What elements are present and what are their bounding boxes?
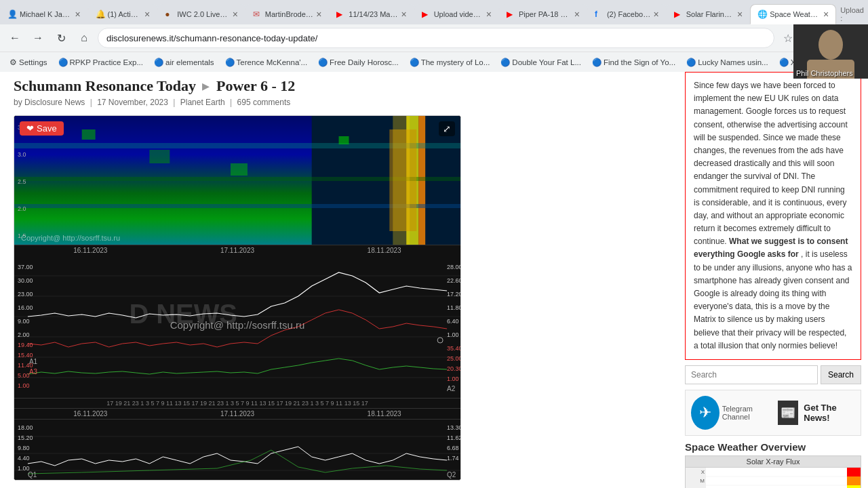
xray-chart-title: Solar X-ray Flux [686, 456, 861, 468]
tab-bar: 👤 Michael K Jac... × 🔔 (1) Activity × ● … [0, 0, 868, 24]
tab-1114[interactable]: ▶ 11/14/23 Mar... × [329, 4, 414, 24]
notice-text-1: Since few days we have been forced to im… [694, 81, 848, 246]
svg-text:25.00: 25.00 [447, 355, 460, 362]
tab-solar[interactable]: ▶ Solar Flaring... × [667, 4, 750, 24]
bookmark-rpkp[interactable]: 🔵 RPKP Practice Exp... [54, 56, 147, 68]
svg-text:1.00: 1.00 [447, 331, 458, 338]
svg-text:4.40: 4.40 [18, 455, 29, 462]
tab-favicon-6: ▶ [422, 9, 431, 19]
xray-plot [706, 468, 847, 488]
tab-iwc[interactable]: ● IWC 2.0 Lives... × [157, 4, 245, 24]
date-1: 16.11.2023 [73, 247, 107, 254]
corner-photo: Phil Christophers [793, 24, 868, 79]
tab-close-8[interactable]: × [654, 9, 659, 19]
tab-label-1: Michael K Jac... [20, 10, 72, 18]
solar-xray-chart: Solar X-ray Flux X M C B A [685, 455, 861, 488]
date-1b: 16.11.2023 [73, 410, 107, 418]
tab-favicon-9: ▶ [674, 9, 684, 19]
svg-text:11.80: 11.80 [447, 304, 460, 311]
date-3b: 18.11.2023 [368, 410, 401, 418]
corner-photo-name: Phil Christophers [796, 69, 853, 77]
tab-close-4[interactable]: × [316, 9, 321, 19]
tab-upload[interactable]: ▶ Upload video... × [414, 4, 499, 24]
frequency-chart: D NEWS 37.00 30.00 23.00 16.00 9.00 2.00… [14, 256, 460, 398]
tab-facebook[interactable]: f (2) Facebook × [587, 4, 667, 24]
svg-text:15.20: 15.20 [18, 434, 33, 441]
search-row: Search [685, 365, 861, 384]
svg-text:1.74: 1.74 [447, 455, 458, 462]
bookmark-lucky[interactable]: 🔵 Lucky Names usin... [682, 56, 772, 68]
tab-favicon-2: 🔔 [96, 9, 105, 19]
tab-close-3[interactable]: × [233, 9, 238, 19]
bookmark-mystery[interactable]: 🔵 The mystery of Lo... [406, 56, 494, 68]
xray-chart-inner: X M C B A [686, 468, 861, 488]
tab-close-9[interactable]: × [737, 9, 743, 19]
copyright-bottom-left: Copyright@ http://sosrff.tsu.ru [21, 234, 120, 242]
tab-label-2: (1) Activity [108, 10, 142, 18]
svg-text:Q2: Q2 [447, 471, 456, 479]
space-weather-title: Space Weather Overview [685, 441, 861, 453]
bottom-chart: 18.00 15.20 9.80 4.40 1.00 Q1 13.30 11.6… [14, 419, 460, 480]
svg-text:Q1: Q1 [28, 471, 37, 479]
tab-close-6[interactable]: × [486, 9, 492, 19]
meta-date: 17 November, 2023 [97, 98, 168, 107]
tab-close-2[interactable]: × [144, 9, 150, 19]
svg-text:17.20: 17.20 [447, 291, 460, 298]
svg-rect-67 [706, 468, 847, 488]
svg-text:18.00: 18.00 [18, 424, 33, 431]
new-tab-area: Upload : [836, 4, 868, 24]
bookmark-terence[interactable]: 🔵 Terence McKenna'... [221, 56, 311, 68]
tab-activity[interactable]: 🔔 (1) Activity × [88, 4, 158, 24]
article-title: Schumann Resonance Today ▸ Power 6 - 12 [14, 77, 665, 95]
tab-space-weather[interactable]: 🌐 Space Weath... × [750, 4, 836, 24]
search-button[interactable]: Search [821, 365, 861, 384]
svg-text:11.62: 11.62 [447, 434, 460, 441]
tab-close-7[interactable]: × [574, 9, 580, 19]
meta-comments[interactable]: 695 comments [237, 98, 291, 107]
tab-label-5: 11/14/23 Mar... [349, 10, 398, 18]
telegram-box[interactable]: ✈ Telegram Channel 📰 Get The News! [685, 390, 861, 436]
spectrogram-area: 3.5 3.0 2.5 2.0 1.5 Copyright@ http://so… [14, 116, 460, 245]
address-input[interactable] [98, 28, 774, 48]
svg-text:28.00: 28.00 [447, 264, 460, 270]
bookmark-settings[interactable]: ⚙ Settings [5, 56, 52, 68]
page-content: Schumann Resonance Today ▸ Power 6 - 12 … [0, 72, 868, 488]
telegram-cta: Get The News! [804, 403, 855, 423]
tab-close-5[interactable]: × [401, 9, 406, 19]
back-button[interactable]: ← [5, 28, 24, 47]
tab-piper[interactable]: ▶ Piper PA-18 S... × [499, 4, 587, 24]
tab-favicon-7: ▶ [507, 9, 516, 19]
tab-label-6: Upload video... [434, 10, 484, 18]
tab-martin[interactable]: ✉ MartinBrodel... × [245, 4, 329, 24]
tab-close-1[interactable]: × [75, 9, 80, 19]
sidebar: Since few days we have been forced to im… [678, 72, 868, 488]
tab-favicon-1: 👤 [7, 9, 17, 19]
xray-y-labels: X M C B A [686, 468, 706, 488]
article-meta: by Disclosure News | 17 November, 2023 |… [14, 98, 665, 107]
expand-button[interactable]: ⤢ [439, 121, 455, 136]
search-input[interactable] [685, 365, 818, 384]
upload-label: Upload : [840, 6, 868, 22]
tab-michael[interactable]: 👤 Michael K Jac... × [0, 4, 88, 24]
bookmark-find[interactable]: 🔵 Find the Sign of Yo... [588, 56, 679, 68]
date-3: 18.11.2023 [368, 247, 401, 254]
schumann-container: ❤ Save ⤢ [14, 115, 461, 481]
bookmark-air[interactable]: 🔵 air elementals [150, 56, 218, 68]
tab-favicon-5: ▶ [336, 9, 346, 19]
svg-text:2.5: 2.5 [18, 178, 26, 185]
save-button[interactable]: ❤ Save [20, 121, 64, 136]
xray-color-x [847, 468, 861, 476]
tab-close-10[interactable]: × [823, 9, 829, 19]
svg-text:13.30: 13.30 [447, 424, 460, 431]
reload-button[interactable]: ↻ [52, 28, 71, 47]
bookmark-horoscope[interactable]: 🔵 Free Daily Horosc... [314, 56, 403, 68]
svg-rect-10 [339, 136, 349, 144]
bookmark-double[interactable]: 🔵 Double Your Fat L... [496, 56, 585, 68]
svg-text:Copyright@ http://sosrff.tsu.r: Copyright@ http://sosrff.tsu.ru [170, 319, 304, 331]
notice-text-2: , it is useless to be under any illusion… [694, 249, 852, 350]
svg-text:5.00: 5.00 [18, 372, 29, 379]
forward-button[interactable]: → [28, 28, 47, 47]
home-button[interactable]: ⌂ [75, 28, 94, 47]
tab-label-8: (2) Facebook [607, 10, 651, 18]
article-header: Schumann Resonance Today ▸ Power 6 - 12 … [14, 72, 665, 110]
